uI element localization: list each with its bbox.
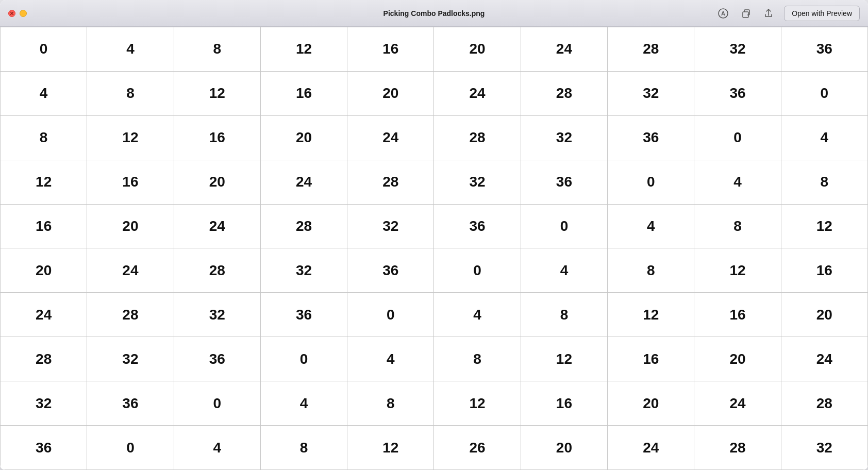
table-cell: 20	[260, 115, 347, 160]
table-cell: 0	[260, 337, 347, 381]
table-cell: 12	[260, 27, 347, 72]
table-cell: 8	[260, 426, 347, 470]
table-cell: 0	[434, 248, 521, 293]
table-cell: 32	[347, 204, 434, 248]
table-cell: 28	[260, 204, 347, 248]
table-cell: 24	[434, 71, 521, 115]
table-cell: 24	[1, 293, 87, 337]
table-row: 36048122620242832	[1, 426, 868, 470]
table-cell: 4	[87, 27, 174, 72]
table-cell: 8	[434, 337, 521, 381]
table-cell: 24	[781, 337, 867, 381]
table-cell: 20	[781, 293, 867, 337]
table-cell: 24	[87, 248, 174, 293]
table-cell: 0	[608, 160, 694, 204]
share-icon	[763, 8, 774, 19]
table-cell: 28	[434, 115, 521, 160]
titlebar: Picking Combo Padlocks.png A	[0, 0, 868, 27]
table-row: 32360481216202428	[1, 381, 868, 426]
table-cell: 0	[174, 381, 260, 426]
table-cell: 16	[1, 204, 87, 248]
table-cell: 0	[347, 293, 434, 337]
table-cell: 8	[521, 293, 607, 337]
table-cell: 26	[434, 426, 521, 470]
table-cell: 36	[434, 204, 521, 248]
table-cell: 16	[694, 293, 781, 337]
table-cell: 28	[694, 426, 781, 470]
table-content: 0481216202428323648121620242832360812162…	[0, 27, 868, 470]
table-cell: 24	[694, 381, 781, 426]
table-cell: 8	[347, 381, 434, 426]
table-cell: 28	[347, 160, 434, 204]
table-cell: 12	[1, 160, 87, 204]
table-cell: 36	[260, 293, 347, 337]
table-cell: 36	[87, 381, 174, 426]
annotation-button[interactable]: A	[716, 6, 730, 21]
table-cell: 12	[174, 71, 260, 115]
table-row: 28323604812162024	[1, 337, 868, 381]
table-cell: 16	[174, 115, 260, 160]
table-cell: 32	[434, 160, 521, 204]
table-cell: 32	[781, 426, 867, 470]
table-cell: 16	[260, 71, 347, 115]
table-cell: 0	[1, 27, 87, 72]
table-row: 12162024283236048	[1, 160, 868, 204]
table-cell: 8	[1, 115, 87, 160]
table-cell: 20	[174, 160, 260, 204]
table-cell: 28	[781, 381, 867, 426]
window: Picking Combo Padlocks.png A	[0, 0, 868, 470]
table-cell: 28	[87, 293, 174, 337]
table-cell: 28	[174, 248, 260, 293]
table-cell: 36	[608, 115, 694, 160]
table-row: 81216202428323604	[1, 115, 868, 160]
table-cell: 12	[434, 381, 521, 426]
table-cell: 32	[1, 381, 87, 426]
table-cell: 4	[608, 204, 694, 248]
table-cell: 4	[781, 115, 867, 160]
table-row: 04812162024283236	[1, 27, 868, 72]
table-cell: 32	[608, 71, 694, 115]
table-cell: 36	[174, 337, 260, 381]
duplicate-button[interactable]	[739, 6, 753, 21]
table-cell: 36	[694, 71, 781, 115]
table-cell: 24	[608, 426, 694, 470]
table-cell: 24	[174, 204, 260, 248]
table-cell: 32	[260, 248, 347, 293]
table-row: 20242832360481216	[1, 248, 868, 293]
close-icon	[10, 11, 14, 15]
table-cell: 32	[521, 115, 607, 160]
table-row: 16202428323604812	[1, 204, 868, 248]
table-cell: 20	[434, 27, 521, 72]
table-cell: 16	[87, 160, 174, 204]
table-cell: 8	[87, 71, 174, 115]
table-cell: 12	[87, 115, 174, 160]
table-cell: 20	[347, 71, 434, 115]
close-button[interactable]	[8, 10, 15, 17]
table-cell: 4	[521, 248, 607, 293]
table-cell: 36	[1, 426, 87, 470]
table-cell: 12	[608, 293, 694, 337]
table-cell: 28	[608, 27, 694, 72]
share-button[interactable]	[761, 6, 776, 21]
window-title: Picking Combo Padlocks.png	[383, 9, 485, 18]
table-cell: 16	[347, 27, 434, 72]
table-cell: 0	[781, 71, 867, 115]
table-cell: 8	[608, 248, 694, 293]
table-cell: 4	[260, 381, 347, 426]
table-cell: 4	[1, 71, 87, 115]
traffic-lights	[8, 10, 27, 17]
svg-text:A: A	[721, 10, 725, 16]
open-preview-button[interactable]: Open with Preview	[784, 6, 860, 21]
table-cell: 4	[434, 293, 521, 337]
table-cell: 36	[781, 27, 867, 72]
table-cell: 24	[260, 160, 347, 204]
table-cell: 36	[347, 248, 434, 293]
table-row: 24283236048121620	[1, 293, 868, 337]
table-cell: 20	[608, 381, 694, 426]
duplicate-icon	[740, 8, 752, 19]
minimize-button[interactable]	[20, 10, 27, 17]
table-cell: 36	[521, 160, 607, 204]
table-cell: 0	[694, 115, 781, 160]
table-cell: 32	[174, 293, 260, 337]
table-row: 48121620242832360	[1, 71, 868, 115]
